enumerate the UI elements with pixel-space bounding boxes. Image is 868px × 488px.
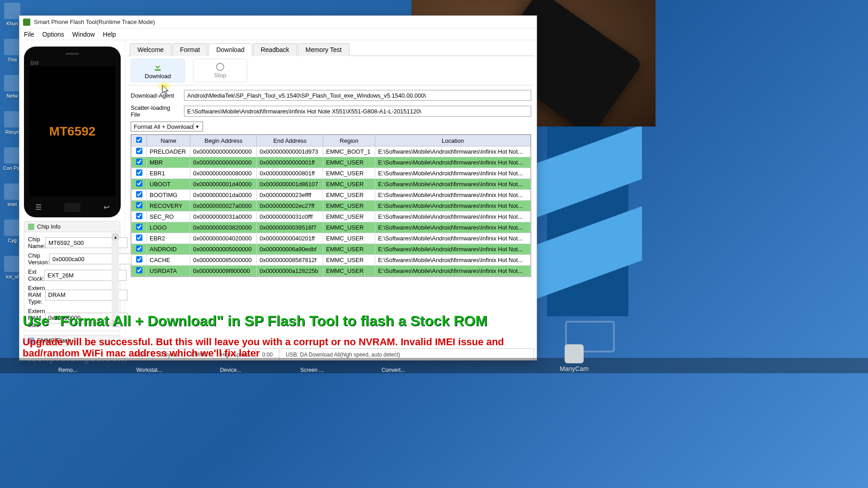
table-row[interactable]: EBR20x00000000040200000x00000000040201ff… — [132, 233, 531, 244]
row-checkbox[interactable] — [136, 202, 142, 208]
cell-begin: 0x0000000085000000 — [190, 255, 257, 266]
row-checkbox[interactable] — [136, 245, 142, 252]
tab-memory-test[interactable]: Memory Test — [298, 43, 349, 56]
chip-icon — [28, 224, 34, 230]
partition-table: Name Begin Address End Address Region Lo… — [131, 134, 531, 277]
app-icon — [23, 19, 30, 26]
row-checkbox[interactable] — [136, 213, 142, 219]
row-checkbox[interactable] — [136, 159, 142, 165]
taskbar-item[interactable]: Screen ... — [271, 367, 353, 373]
download-agent-label: Download-Agent — [131, 92, 180, 99]
cell-location: E:\Softwares\Mobile\Android\firmwares\In… — [375, 244, 531, 255]
ram-type-label: Extern RAM Type: — [28, 285, 45, 305]
table-row[interactable]: BOOTIMG0x0000000001da00000x00000000023ef… — [132, 190, 531, 201]
taskbar-item[interactable]: Device... — [190, 367, 271, 373]
download-agent-field[interactable] — [184, 90, 531, 101]
table-row[interactable]: RECOVERY0x00000000027a00000x0000000002ec… — [132, 201, 531, 211]
row-checkbox[interactable] — [136, 235, 142, 241]
caption-green: Use "Format All + Download" in SP Flash … — [23, 313, 542, 329]
col-end[interactable]: End Address — [257, 135, 323, 146]
cell-name: ANDROID — [147, 244, 190, 255]
tray-manycam[interactable]: ManyCam — [556, 344, 592, 372]
tab-welcome[interactable]: Welcome — [130, 43, 171, 56]
cell-name: BOOTIMG — [147, 190, 190, 201]
scatter-file-field[interactable] — [184, 106, 531, 117]
cell-name: RECOVERY — [147, 201, 190, 211]
ext-clock-label: Ext Clock: — [28, 268, 44, 282]
cell-location: E:\Softwares\Mobile\Android\firmwares\In… — [375, 168, 531, 179]
table-row[interactable]: CACHE0x00000000850000000x000000008587812… — [132, 255, 531, 266]
cell-region: EMMC_USER — [323, 222, 375, 233]
cell-name: UBOOT — [147, 179, 190, 190]
cell-name: LOGO — [147, 222, 190, 233]
table-row[interactable]: ANDROID0x00000000050000000x000000006a90e… — [132, 244, 531, 255]
cell-location: E:\Softwares\Mobile\Android\firmwares\In… — [375, 201, 531, 211]
cell-begin: 0x000000009f800000 — [190, 266, 257, 277]
toolbar: Download Stop — [128, 56, 534, 85]
row-checkbox[interactable] — [136, 267, 142, 273]
taskbar-item[interactable]: Remo... — [27, 367, 108, 373]
table-row[interactable]: EBR10x00000000000800000x00000000000801ff… — [132, 168, 531, 179]
cell-location: E:\Softwares\Mobile\Android\firmwares\In… — [375, 179, 531, 190]
cell-end: 0x000000000001d973 — [257, 146, 323, 157]
cell-begin: 0x00000000031a0000 — [190, 211, 257, 222]
cell-end: 0x00000000023effff — [257, 190, 323, 201]
cell-region: EMMC_USER — [323, 190, 375, 201]
taskbar-item[interactable]: Convert... — [353, 367, 434, 373]
cell-region: EMMC_USER — [323, 211, 375, 222]
chip-version-field[interactable] — [49, 253, 132, 264]
cell-location: E:\Softwares\Mobile\Android\firmwares\In… — [375, 146, 531, 157]
table-row[interactable]: UBOOT0x0000000001d400000x0000000001d8610… — [132, 179, 531, 190]
cell-begin: 0x0000000000000000 — [190, 146, 257, 157]
menu-options[interactable]: Options — [42, 31, 64, 38]
titlebar[interactable]: Smart Phone Flash Tool(Runtime Trace Mod… — [19, 16, 537, 28]
table-row[interactable]: SEC_RO0x00000000031a00000x00000000031c0f… — [132, 211, 531, 222]
cell-begin: 0x0000000005000000 — [190, 244, 257, 255]
row-checkbox[interactable] — [136, 256, 142, 263]
wallpaper-accent — [547, 127, 628, 316]
col-region[interactable]: Region — [323, 135, 375, 146]
row-checkbox[interactable] — [136, 148, 142, 154]
cell-region: EMMC_USER — [323, 244, 375, 255]
tab-readback[interactable]: Readback — [253, 43, 297, 56]
taskbar-item[interactable]: Workstat... — [108, 367, 190, 373]
taskbar[interactable]: Remo... Workstat... Device... Screen ...… — [0, 358, 868, 373]
row-checkbox[interactable] — [136, 169, 142, 176]
cell-begin: 0x0000000003820000 — [190, 222, 257, 233]
tab-format[interactable]: Format — [172, 43, 208, 56]
download-button[interactable]: Download — [131, 59, 185, 82]
cell-region: EMMC_USER — [323, 233, 375, 244]
table-row[interactable]: USRDATA0x000000009f8000000x00000000a1282… — [132, 266, 531, 277]
cell-begin: 0x00000000027a0000 — [190, 201, 257, 211]
row-checkbox[interactable] — [136, 191, 142, 197]
cell-name: SEC_RO — [147, 211, 190, 222]
tab-download[interactable]: Download — [208, 43, 252, 56]
cell-location: E:\Softwares\Mobile\Android\firmwares\In… — [375, 211, 531, 222]
col-begin[interactable]: Begin Address — [190, 135, 257, 146]
cell-region: EMMC_USER — [323, 179, 375, 190]
phone-preview: BM MT6592 ☰↩ — [24, 47, 121, 217]
table-row[interactable]: MBR0x00000000000000000x00000000000001ffE… — [132, 157, 531, 168]
row-checkbox[interactable] — [136, 224, 142, 230]
col-check[interactable] — [132, 135, 147, 146]
menu-window[interactable]: Window — [72, 31, 95, 38]
phone-brand: BM — [30, 60, 39, 66]
col-name[interactable]: Name — [147, 135, 190, 146]
download-mode-combo[interactable]: Format All + Download ▼ — [131, 122, 203, 131]
chip-name-label: Chip Name: — [28, 236, 45, 249]
col-location[interactable]: Location — [375, 135, 531, 146]
table-row[interactable]: PRELOADER0x00000000000000000x00000000000… — [132, 146, 531, 157]
stop-button[interactable]: Stop — [193, 59, 247, 82]
cell-begin: 0x0000000001da0000 — [190, 190, 257, 201]
menu-file[interactable]: File — [24, 31, 34, 38]
check-all[interactable] — [136, 137, 142, 143]
menu-help[interactable]: Help — [103, 31, 116, 38]
cell-region: EMMC_USER — [323, 255, 375, 266]
cell-end: 0x00000000000001ff — [257, 157, 323, 168]
menubar: File Options Window Help — [19, 28, 537, 40]
stop-icon — [216, 63, 224, 71]
table-row[interactable]: LOGO0x00000000038200000x00000000039516f7… — [132, 222, 531, 233]
cell-location: E:\Softwares\Mobile\Android\firmwares\In… — [375, 190, 531, 201]
cell-end: 0x0000000001d86107 — [257, 179, 323, 190]
row-checkbox[interactable] — [136, 180, 142, 187]
